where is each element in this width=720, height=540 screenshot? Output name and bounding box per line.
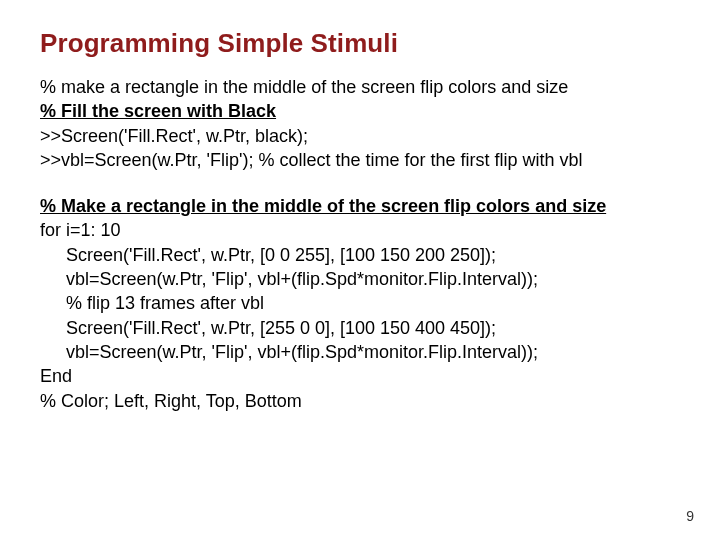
code-line: for i=1: 10	[40, 218, 680, 242]
code-line: Screen('Fill.Rect', w.Ptr, [0 0 255], [1…	[40, 243, 680, 267]
code-line: Screen('Fill.Rect', w.Ptr, [255 0 0], [1…	[40, 316, 680, 340]
slide-title: Programming Simple Stimuli	[40, 28, 680, 59]
code-line: % flip 13 frames after vbl	[40, 291, 680, 315]
slide: Programming Simple Stimuli % make a rect…	[0, 0, 720, 540]
page-number: 9	[686, 508, 694, 524]
code-line: % Fill the screen with Black	[40, 99, 680, 123]
code-line: % make a rectangle in the middle of the …	[40, 75, 680, 99]
code-line: vbl=Screen(w.Ptr, 'Flip', vbl+(flip.Spd*…	[40, 340, 680, 364]
code-line: % Color; Left, Right, Top, Bottom	[40, 389, 680, 413]
code-line: >>vbl=Screen(w.Ptr, 'Flip'); % collect t…	[40, 148, 680, 172]
spacer	[40, 172, 680, 194]
slide-body: % make a rectangle in the middle of the …	[40, 75, 680, 413]
code-line: vbl=Screen(w.Ptr, 'Flip', vbl+(flip.Spd*…	[40, 267, 680, 291]
code-line: End	[40, 364, 680, 388]
code-line: % Make a rectangle in the middle of the …	[40, 194, 680, 218]
code-line: >>Screen('Fill.Rect', w.Ptr, black);	[40, 124, 680, 148]
